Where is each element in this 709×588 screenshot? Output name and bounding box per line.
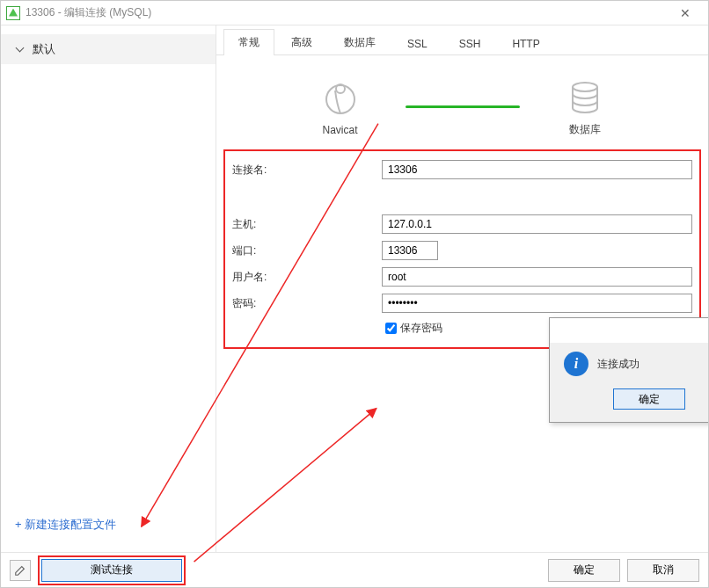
save-pass-wrap[interactable]: 保存密码 [382, 320, 531, 337]
ok-button[interactable]: 确定 [548, 559, 620, 582]
test-button-highlight: 测试连接 [38, 555, 186, 585]
svg-point-0 [326, 85, 354, 113]
conn-name-label: 连接名: [232, 163, 382, 178]
svg-point-2 [573, 83, 597, 91]
test-connection-button[interactable]: 测试连接 [41, 559, 182, 582]
database-icon [564, 76, 606, 119]
diagram-left-label: Navicat [322, 124, 357, 136]
pass-label: 密码: [232, 296, 382, 311]
tab-database[interactable]: 数据库 [329, 29, 391, 55]
dialog-titlebar: ✕ [550, 318, 709, 343]
cancel-button[interactable]: 取消 [627, 559, 699, 582]
tab-ssh[interactable]: SSH [444, 32, 496, 55]
conn-name-input[interactable] [382, 160, 692, 179]
footer: 测试连接 确定 取消 [1, 552, 708, 587]
window-close-button[interactable]: ✕ [668, 1, 703, 25]
sidebar-profile-default[interactable]: 默认 [1, 34, 216, 64]
app-logo-icon [6, 6, 20, 20]
connection-diagram: Navicat 数据库 [216, 55, 708, 144]
new-profile-link[interactable]: + 新建连接配置文件 [1, 508, 216, 543]
tabbar: 常规 高级 数据库 SSL SSH HTTP [216, 25, 708, 55]
user-input[interactable] [382, 267, 692, 287]
connection-line [406, 105, 520, 108]
sidebar: 默认 + 新建连接配置文件 [1, 25, 216, 552]
port-label: 端口: [232, 243, 382, 258]
sidebar-profile-label: 默认 [33, 41, 55, 57]
dialog-ok-button[interactable]: 确定 [613, 388, 685, 410]
tab-advanced[interactable]: 高级 [276, 29, 327, 55]
port-input[interactable] [382, 241, 438, 260]
tab-general[interactable]: 常规 [223, 29, 274, 55]
info-icon: i [564, 352, 588, 376]
dialog-message: 连接成功 [597, 357, 640, 372]
window-title: 13306 - 编辑连接 (MySQL) [26, 5, 151, 20]
pass-input[interactable] [382, 294, 692, 313]
chevron-down-icon [15, 45, 24, 54]
tab-http[interactable]: HTTP [497, 32, 554, 55]
save-pass-checkbox[interactable] [385, 323, 397, 334]
user-label: 用户名: [232, 270, 382, 285]
edit-icon-button[interactable] [10, 560, 31, 581]
host-label: 主机: [232, 217, 382, 232]
titlebar: 13306 - 编辑连接 (MySQL) ✕ [1, 1, 708, 25]
main-panel: 常规 高级 数据库 SSL SSH HTTP Navicat [216, 25, 708, 552]
navicat-icon [319, 78, 362, 120]
success-dialog: ✕ i 连接成功 确定 [549, 317, 709, 423]
host-input[interactable] [382, 214, 692, 234]
tab-ssl[interactable]: SSL [392, 32, 442, 55]
save-pass-label: 保存密码 [400, 321, 442, 336]
diagram-right-label: 数据库 [569, 122, 601, 137]
